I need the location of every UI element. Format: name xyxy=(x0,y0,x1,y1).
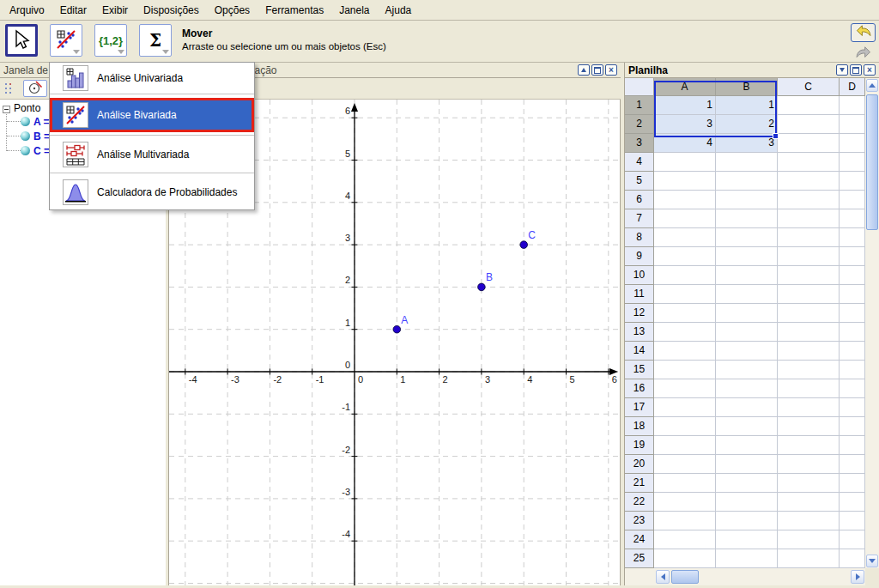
cell-D10[interactable] xyxy=(840,266,865,285)
cell-A13[interactable] xyxy=(654,323,716,342)
scroll-right-button[interactable] xyxy=(851,570,864,584)
cell-C13[interactable] xyxy=(778,323,840,342)
cell-D22[interactable] xyxy=(840,493,865,512)
row-header-18[interactable]: 18 xyxy=(625,417,654,436)
undo-button[interactable] xyxy=(851,23,876,42)
cell-D19[interactable] xyxy=(840,436,865,455)
cell-C14[interactable] xyxy=(778,342,840,361)
scroll-up-button[interactable] xyxy=(866,79,878,92)
sum-tool-button[interactable]: Σ xyxy=(139,24,172,57)
cell-C3[interactable] xyxy=(778,134,840,153)
move-tool-button[interactable] xyxy=(5,24,38,57)
cell-C17[interactable] xyxy=(778,398,840,417)
menu-item-calculadora-de-probabilidades[interactable]: Calculadora de Probabilidades xyxy=(50,173,254,211)
cell-C19[interactable] xyxy=(778,436,840,455)
cell-C5[interactable] xyxy=(778,172,840,191)
row-header-15[interactable]: 15 xyxy=(625,361,654,379)
panel-drag-grip[interactable] xyxy=(5,83,12,94)
cell-D1[interactable] xyxy=(840,96,865,115)
cell-A5[interactable] xyxy=(654,172,716,191)
column-header-C[interactable]: C xyxy=(778,78,840,96)
menu-ajuda[interactable]: Ajuda xyxy=(378,2,420,19)
cell-A11[interactable] xyxy=(654,285,716,304)
cell-B17[interactable] xyxy=(716,398,778,417)
row-header-20[interactable]: 20 xyxy=(625,455,654,474)
row-header-22[interactable]: 22 xyxy=(625,493,654,512)
cell-B12[interactable] xyxy=(716,304,778,323)
selection-fill-handle[interactable] xyxy=(773,133,779,139)
menu-item-analise-bivariada[interactable]: Análise Bivariada xyxy=(50,94,254,135)
cell-D4[interactable] xyxy=(840,153,865,172)
cell-D23[interactable] xyxy=(840,512,865,530)
cell-A10[interactable] xyxy=(654,266,716,285)
cell-B23[interactable] xyxy=(716,512,778,530)
cell-B8[interactable] xyxy=(716,228,778,247)
cell-D16[interactable] xyxy=(840,379,865,398)
horizontal-scroll-thumb[interactable] xyxy=(671,570,699,584)
restore-panel-button[interactable] xyxy=(850,64,862,76)
menu-janela[interactable]: Janela xyxy=(331,2,377,19)
cell-C10[interactable] xyxy=(778,266,840,285)
column-header-D[interactable]: D xyxy=(840,78,865,96)
cell-B24[interactable] xyxy=(716,530,778,549)
cell-D2[interactable] xyxy=(840,115,865,134)
cell-C1[interactable] xyxy=(778,96,840,115)
menu-exibir[interactable]: Exibir xyxy=(94,2,136,19)
scroll-left-button[interactable] xyxy=(656,570,670,584)
cell-C2[interactable] xyxy=(778,115,840,134)
row-header-6[interactable]: 6 xyxy=(625,191,654,209)
cell-D5[interactable] xyxy=(840,172,865,191)
row-header-24[interactable]: 24 xyxy=(625,530,654,549)
cell-C6[interactable] xyxy=(778,191,840,209)
cell-B11[interactable] xyxy=(716,285,778,304)
cell-C20[interactable] xyxy=(778,455,840,474)
cell-A21[interactable] xyxy=(654,474,716,493)
row-header-25[interactable]: 25 xyxy=(625,549,654,568)
row-header-8[interactable]: 8 xyxy=(625,228,654,247)
cell-A18[interactable] xyxy=(654,417,716,436)
cell-C4[interactable] xyxy=(778,153,840,172)
cell-B18[interactable] xyxy=(716,417,778,436)
cell-B1[interactable]: 1 xyxy=(716,96,778,115)
cell-B21[interactable] xyxy=(716,474,778,493)
list-tool-button[interactable]: {1,2} xyxy=(94,24,127,57)
cell-D6[interactable] xyxy=(840,191,865,209)
cell-C11[interactable] xyxy=(778,285,840,304)
cell-A1[interactable]: 1 xyxy=(654,96,716,115)
row-header-3[interactable]: 3 xyxy=(625,134,654,153)
cell-D14[interactable] xyxy=(840,342,865,361)
cell-C22[interactable] xyxy=(778,493,840,512)
cell-B22[interactable] xyxy=(716,493,778,512)
row-header-2[interactable]: 2 xyxy=(625,115,654,134)
cell-B20[interactable] xyxy=(716,455,778,474)
cell-B6[interactable] xyxy=(716,191,778,209)
cell-D7[interactable] xyxy=(840,209,865,228)
cell-C9[interactable] xyxy=(778,247,840,266)
cell-C16[interactable] xyxy=(778,379,840,398)
cell-D20[interactable] xyxy=(840,455,865,474)
cell-A12[interactable] xyxy=(654,304,716,323)
cell-D24[interactable] xyxy=(840,530,865,549)
cell-B14[interactable] xyxy=(716,342,778,361)
row-header-23[interactable]: 23 xyxy=(625,512,654,530)
point-C[interactable] xyxy=(520,241,528,249)
cell-A23[interactable] xyxy=(654,512,716,530)
row-header-14[interactable]: 14 xyxy=(625,342,654,361)
row-header-4[interactable]: 4 xyxy=(625,153,654,172)
close-panel-button[interactable]: × xyxy=(605,64,617,76)
scroll-down-button[interactable] xyxy=(866,555,878,567)
menu-disposicoes[interactable]: Disposições xyxy=(136,2,207,19)
restore-panel-button[interactable] xyxy=(591,64,603,76)
cell-A22[interactable] xyxy=(654,493,716,512)
cell-B5[interactable] xyxy=(716,172,778,191)
cell-B4[interactable] xyxy=(716,153,778,172)
cell-A3[interactable]: 4 xyxy=(654,134,716,153)
cell-B15[interactable] xyxy=(716,361,778,379)
cell-D15[interactable] xyxy=(840,361,865,379)
cell-C24[interactable] xyxy=(778,530,840,549)
cell-A20[interactable] xyxy=(654,455,716,474)
cell-B3[interactable]: 3 xyxy=(716,134,778,153)
cell-B13[interactable] xyxy=(716,323,778,342)
cell-D12[interactable] xyxy=(840,304,865,323)
vertical-scroll-thumb[interactable] xyxy=(866,94,878,230)
